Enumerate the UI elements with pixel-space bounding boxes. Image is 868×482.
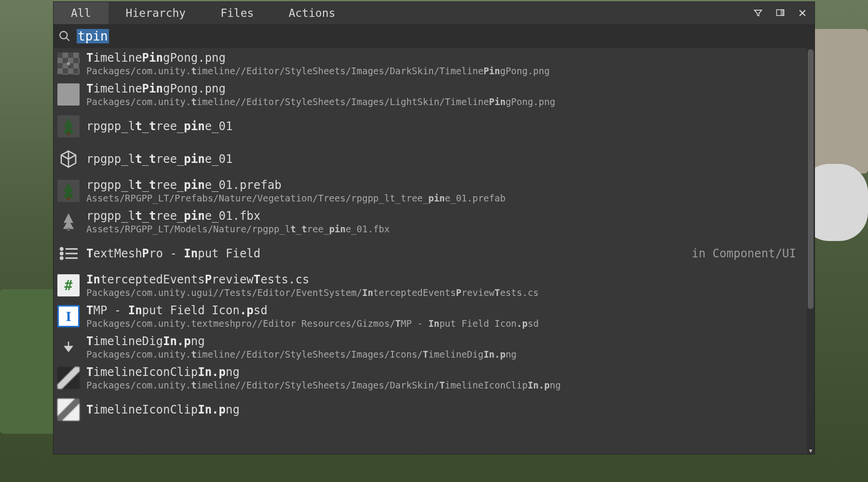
result-text: rpgpp_lt_tree_pine_01	[86, 120, 800, 133]
result-thumb	[57, 242, 80, 265]
filter-icon[interactable]	[753, 8, 763, 18]
svg-rect-1	[781, 10, 784, 15]
tab-actions[interactable]: Actions	[271, 2, 353, 24]
svg-rect-5	[68, 228, 70, 231]
result-title: rpgpp_lt_tree_pine_01.fbx	[86, 209, 800, 223]
result-text: TimelinePingPong.pngPackages/com.unity.t…	[86, 82, 800, 107]
result-text: TMP - Input Field Icon.psdPackages/com.u…	[86, 304, 800, 329]
result-text: rpgpp_lt_tree_pine_01.fbxAssets/RPGPP_LT…	[86, 209, 800, 234]
preview-panel-icon[interactable]	[775, 8, 786, 18]
result-path: Packages/com.unity.timeline//Editor/Styl…	[86, 349, 800, 360]
result-text: TextMeshPro - Input Field	[86, 247, 685, 260]
svg-rect-4	[68, 197, 70, 200]
result-path: Packages/com.unity.ugui//Tests/Editor/Ev…	[86, 287, 800, 298]
result-title: InterceptedEventsPreviewTests.cs	[86, 273, 800, 286]
result-row[interactable]: TimelineDigIn.pngPackages/com.unity.time…	[54, 332, 806, 362]
tab-all[interactable]: All	[54, 2, 108, 24]
result-path: Packages/com.unity.textmeshpro//Editor R…	[86, 318, 800, 329]
result-row[interactable]: ITMP - Input Field Icon.psdPackages/com.…	[54, 301, 806, 332]
result-row[interactable]: TimelineIconClipIn.png	[54, 393, 806, 426]
result-path: Packages/com.unity.timeline//Editor/Styl…	[86, 380, 800, 390]
result-title: TMP - Input Field Icon.psd	[86, 304, 800, 317]
tab-hierarchy[interactable]: Hierarchy	[108, 2, 203, 24]
quick-search-panel: All Hierarchy Files Actions tpin Timelin…	[53, 1, 815, 455]
search-row: tpin	[54, 24, 814, 48]
result-path: Assets/RPGPP_LT/Prefabs/Nature/Vegetatio…	[86, 193, 800, 203]
result-row[interactable]: TimelinePingPong.pngPackages/com.unity.t…	[54, 79, 806, 110]
result-path: Assets/RPGPP_LT/Models/Nature/rpgpp_lt_t…	[86, 224, 800, 234]
result-row[interactable]: rpgpp_lt_tree_pine_01	[54, 110, 806, 143]
result-row[interactable]: rpgpp_lt_tree_pine_01.fbxAssets/RPGPP_LT…	[54, 206, 806, 237]
search-query-selected: tpin	[77, 29, 109, 43]
search-tab-bar: All Hierarchy Files Actions	[54, 2, 814, 24]
search-input[interactable]: tpin	[77, 29, 810, 43]
result-title: TimelineDigIn.png	[86, 335, 800, 348]
result-row[interactable]: rpgpp_lt_tree_pine_01.prefabAssets/RPGPP…	[54, 175, 806, 206]
scroll-down-icon[interactable]: ▼	[807, 447, 814, 454]
result-title: TimelineIconClipIn.png	[86, 403, 800, 416]
result-title: rpgpp_lt_tree_pine_01	[86, 152, 800, 166]
result-thumb	[57, 115, 80, 137]
result-row[interactable]: #InterceptedEventsPreviewTests.csPackage…	[54, 270, 806, 301]
result-thumb: I	[57, 305, 80, 327]
result-title: rpgpp_lt_tree_pine_01.prefab	[86, 178, 800, 192]
result-text: rpgpp_lt_tree_pine_01.prefabAssets/RPGPP…	[86, 178, 800, 203]
result-title: TimelineIconClipIn.png	[86, 365, 800, 379]
result-text: TimelineIconClipIn.png	[86, 403, 800, 416]
result-row[interactable]: rpgpp_lt_tree_pine_01	[54, 143, 806, 175]
result-title: TimelinePingPong.png	[86, 82, 800, 95]
svg-rect-3	[68, 133, 70, 135]
tab-files[interactable]: Files	[203, 2, 271, 24]
result-text: rpgpp_lt_tree_pine_01	[86, 152, 800, 166]
result-path: Packages/com.unity.timeline//Editor/Styl…	[86, 66, 800, 76]
result-title: rpgpp_lt_tree_pine_01	[86, 120, 800, 133]
result-thumb	[57, 399, 80, 421]
result-path: Packages/com.unity.timeline//Editor/Styl…	[86, 96, 800, 107]
result-title: TextMeshPro - Input Field	[86, 247, 685, 260]
result-thumb	[57, 367, 80, 389]
result-text: TimelineIconClipIn.pngPackages/com.unity…	[86, 365, 800, 390]
result-thumb	[57, 336, 80, 358]
result-thumb	[57, 211, 80, 233]
result-thumb	[57, 148, 80, 170]
result-text: InterceptedEventsPreviewTests.csPackages…	[86, 273, 800, 298]
scrollbar-thumb[interactable]	[808, 49, 814, 309]
svg-point-10	[60, 257, 63, 259]
result-thumb: #	[57, 274, 80, 296]
result-title: TimelinePingPong.png	[86, 51, 800, 65]
results-area: TimelinePingPong.pngPackages/com.unity.t…	[54, 48, 814, 454]
search-icon	[58, 30, 71, 42]
svg-point-6	[60, 248, 63, 250]
result-row[interactable]: TimelinePingPong.pngPackages/com.unity.t…	[54, 48, 806, 79]
result-row[interactable]: TimelineIconClipIn.pngPackages/com.unity…	[54, 362, 806, 393]
result-text: TimelineDigIn.pngPackages/com.unity.time…	[86, 335, 800, 360]
result-thumb	[57, 83, 80, 106]
result-text: TimelinePingPong.pngPackages/com.unity.t…	[86, 51, 800, 76]
scrollbar[interactable]: ▲ ▼	[807, 48, 814, 454]
svg-point-2	[60, 31, 67, 39]
result-thumb	[57, 53, 80, 75]
result-row[interactable]: TextMeshPro - Input Fieldin Component/UI	[54, 237, 806, 270]
result-thumb	[57, 180, 80, 202]
result-aside: in Component/UI	[692, 247, 800, 260]
close-icon[interactable]	[797, 8, 808, 18]
svg-point-8	[60, 253, 63, 255]
